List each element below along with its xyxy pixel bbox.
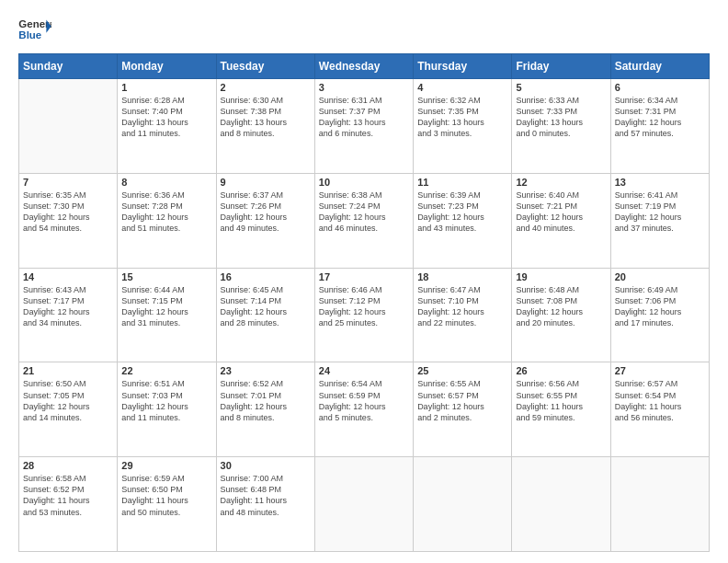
day-number: 11 xyxy=(417,177,507,188)
day-number: 16 xyxy=(221,271,311,282)
calendar-cell: 24Sunrise: 6:54 AMSunset: 6:59 PMDayligh… xyxy=(314,362,413,457)
day-number: 26 xyxy=(516,365,606,376)
calendar-cell: 17Sunrise: 6:46 AMSunset: 7:12 PMDayligh… xyxy=(314,268,413,362)
weekday-header-tuesday: Tuesday xyxy=(216,54,314,79)
day-number: 2 xyxy=(221,82,311,93)
logo-icon: General Blue xyxy=(18,17,51,44)
day-info: Sunrise: 6:45 AMSunset: 7:14 PMDaylight:… xyxy=(221,284,311,329)
week-row-3: 14Sunrise: 6:43 AMSunset: 7:17 PMDayligh… xyxy=(19,268,710,362)
calendar-cell: 14Sunrise: 6:43 AMSunset: 7:17 PMDayligh… xyxy=(19,268,118,362)
calendar-cell: 2Sunrise: 6:30 AMSunset: 7:38 PMDaylight… xyxy=(216,79,314,174)
day-info: Sunrise: 6:59 AMSunset: 6:50 PMDaylight:… xyxy=(121,473,211,518)
calendar-cell xyxy=(314,457,413,552)
day-number: 28 xyxy=(23,460,113,471)
calendar-cell: 4Sunrise: 6:32 AMSunset: 7:35 PMDaylight… xyxy=(414,79,512,174)
calendar-cell: 30Sunrise: 7:00 AMSunset: 6:48 PMDayligh… xyxy=(216,457,314,552)
day-info: Sunrise: 6:39 AMSunset: 7:23 PMDaylight:… xyxy=(417,190,507,235)
calendar-cell: 20Sunrise: 6:49 AMSunset: 7:06 PMDayligh… xyxy=(610,268,709,362)
day-number: 19 xyxy=(516,271,606,282)
calendar-cell: 6Sunrise: 6:34 AMSunset: 7:31 PMDaylight… xyxy=(610,79,709,174)
logo: General Blue xyxy=(18,17,51,44)
day-info: Sunrise: 6:37 AMSunset: 7:26 PMDaylight:… xyxy=(221,190,311,235)
weekday-header-thursday: Thursday xyxy=(414,54,512,79)
day-info: Sunrise: 6:31 AMSunset: 7:37 PMDaylight:… xyxy=(319,95,409,140)
calendar-cell: 25Sunrise: 6:55 AMSunset: 6:57 PMDayligh… xyxy=(414,362,512,457)
calendar-cell: 19Sunrise: 6:48 AMSunset: 7:08 PMDayligh… xyxy=(512,268,610,362)
day-info: Sunrise: 6:38 AMSunset: 7:24 PMDaylight:… xyxy=(319,190,409,235)
week-row-2: 7Sunrise: 6:35 AMSunset: 7:30 PMDaylight… xyxy=(19,173,710,268)
calendar-cell: 28Sunrise: 6:58 AMSunset: 6:52 PMDayligh… xyxy=(19,457,118,552)
day-info: Sunrise: 6:54 AMSunset: 6:59 PMDaylight:… xyxy=(319,378,409,423)
calendar-cell: 5Sunrise: 6:33 AMSunset: 7:33 PMDaylight… xyxy=(512,79,610,174)
day-number: 24 xyxy=(319,365,409,376)
day-number: 8 xyxy=(121,177,211,188)
day-info: Sunrise: 6:52 AMSunset: 7:01 PMDaylight:… xyxy=(221,378,311,423)
day-info: Sunrise: 6:43 AMSunset: 7:17 PMDaylight:… xyxy=(23,284,113,329)
weekday-header-sunday: Sunday xyxy=(19,54,118,79)
day-number: 21 xyxy=(23,365,113,376)
calendar-cell: 1Sunrise: 6:28 AMSunset: 7:40 PMDaylight… xyxy=(118,79,216,174)
svg-text:Blue: Blue xyxy=(18,29,41,40)
day-info: Sunrise: 6:40 AMSunset: 7:21 PMDaylight:… xyxy=(516,190,606,235)
day-info: Sunrise: 6:34 AMSunset: 7:31 PMDaylight:… xyxy=(615,95,705,140)
calendar-cell: 8Sunrise: 6:36 AMSunset: 7:28 PMDaylight… xyxy=(118,173,216,268)
day-number: 30 xyxy=(221,460,311,471)
day-info: Sunrise: 6:28 AMSunset: 7:40 PMDaylight:… xyxy=(121,95,211,140)
calendar-cell: 22Sunrise: 6:51 AMSunset: 7:03 PMDayligh… xyxy=(118,362,216,457)
day-number: 4 xyxy=(417,82,507,93)
day-number: 22 xyxy=(121,365,211,376)
day-info: Sunrise: 6:55 AMSunset: 6:57 PMDaylight:… xyxy=(417,378,507,423)
week-row-5: 28Sunrise: 6:58 AMSunset: 6:52 PMDayligh… xyxy=(19,457,710,552)
calendar-cell: 23Sunrise: 6:52 AMSunset: 7:01 PMDayligh… xyxy=(216,362,314,457)
calendar-cell: 11Sunrise: 6:39 AMSunset: 7:23 PMDayligh… xyxy=(414,173,512,268)
page: General Blue SundayMondayTuesdayWednesda… xyxy=(0,0,728,563)
day-number: 23 xyxy=(221,365,311,376)
calendar-cell xyxy=(414,457,512,552)
day-number: 13 xyxy=(615,177,705,188)
day-info: Sunrise: 6:47 AMSunset: 7:10 PMDaylight:… xyxy=(417,284,507,329)
header: General Blue xyxy=(18,17,710,44)
day-number: 5 xyxy=(516,82,606,93)
day-info: Sunrise: 6:51 AMSunset: 7:03 PMDaylight:… xyxy=(121,378,211,423)
day-number: 27 xyxy=(615,365,705,376)
day-number: 9 xyxy=(221,177,311,188)
calendar-cell: 10Sunrise: 6:38 AMSunset: 7:24 PMDayligh… xyxy=(314,173,413,268)
calendar-cell xyxy=(512,457,610,552)
day-number: 14 xyxy=(23,271,113,282)
calendar-cell: 13Sunrise: 6:41 AMSunset: 7:19 PMDayligh… xyxy=(610,173,709,268)
calendar-cell: 16Sunrise: 6:45 AMSunset: 7:14 PMDayligh… xyxy=(216,268,314,362)
day-number: 18 xyxy=(417,271,507,282)
weekday-header-row: SundayMondayTuesdayWednesdayThursdayFrid… xyxy=(19,54,710,79)
calendar-cell: 27Sunrise: 6:57 AMSunset: 6:54 PMDayligh… xyxy=(610,362,709,457)
day-info: Sunrise: 6:41 AMSunset: 7:19 PMDaylight:… xyxy=(615,190,705,235)
calendar-cell: 29Sunrise: 6:59 AMSunset: 6:50 PMDayligh… xyxy=(118,457,216,552)
day-number: 3 xyxy=(319,82,409,93)
day-info: Sunrise: 6:48 AMSunset: 7:08 PMDaylight:… xyxy=(516,284,606,329)
day-info: Sunrise: 6:49 AMSunset: 7:06 PMDaylight:… xyxy=(615,284,705,329)
day-number: 29 xyxy=(121,460,211,471)
day-number: 25 xyxy=(417,365,507,376)
calendar-cell xyxy=(610,457,709,552)
calendar-cell xyxy=(19,79,118,174)
week-row-4: 21Sunrise: 6:50 AMSunset: 7:05 PMDayligh… xyxy=(19,362,710,457)
day-number: 17 xyxy=(319,271,409,282)
calendar-cell: 26Sunrise: 6:56 AMSunset: 6:55 PMDayligh… xyxy=(512,362,610,457)
day-number: 7 xyxy=(23,177,113,188)
calendar-cell: 21Sunrise: 6:50 AMSunset: 7:05 PMDayligh… xyxy=(19,362,118,457)
day-info: Sunrise: 6:33 AMSunset: 7:33 PMDaylight:… xyxy=(516,95,606,140)
week-row-1: 1Sunrise: 6:28 AMSunset: 7:40 PMDaylight… xyxy=(19,79,710,174)
day-info: Sunrise: 6:44 AMSunset: 7:15 PMDaylight:… xyxy=(121,284,211,329)
weekday-header-saturday: Saturday xyxy=(610,54,709,79)
day-number: 12 xyxy=(516,177,606,188)
weekday-header-friday: Friday xyxy=(512,54,610,79)
day-number: 1 xyxy=(121,82,211,93)
day-info: Sunrise: 6:50 AMSunset: 7:05 PMDaylight:… xyxy=(23,378,113,423)
calendar-cell: 7Sunrise: 6:35 AMSunset: 7:30 PMDaylight… xyxy=(19,173,118,268)
day-number: 6 xyxy=(615,82,705,93)
weekday-header-monday: Monday xyxy=(118,54,216,79)
day-info: Sunrise: 6:57 AMSunset: 6:54 PMDaylight:… xyxy=(615,378,705,423)
day-info: Sunrise: 6:36 AMSunset: 7:28 PMDaylight:… xyxy=(121,190,211,235)
day-number: 20 xyxy=(615,271,705,282)
day-number: 10 xyxy=(319,177,409,188)
weekday-header-wednesday: Wednesday xyxy=(314,54,413,79)
